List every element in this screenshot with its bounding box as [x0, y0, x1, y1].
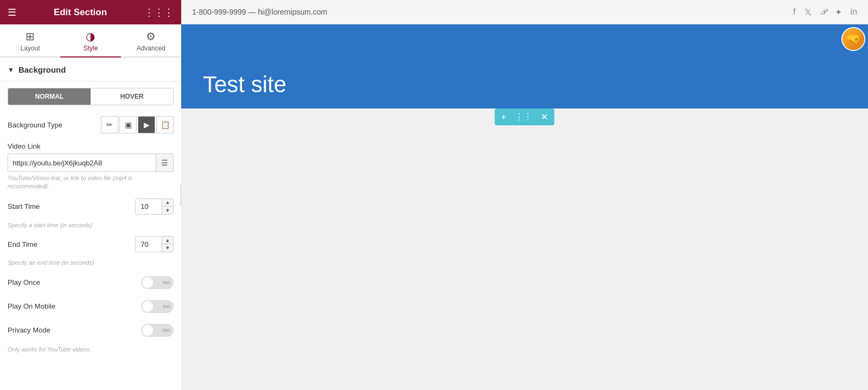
start-time-steppers: ▲ ▼ [162, 199, 173, 214]
right-area: 1-800-999-9999 — hi@loremipsum.com f 𝕏 𝒫… [181, 0, 868, 390]
tab-style-label: Style [84, 44, 98, 52]
start-time-hint-row: Specify a start time (in seconds) [0, 218, 181, 233]
end-time-stepper: ▲ ▼ [135, 236, 174, 252]
start-time-stepper: ▲ ▼ [135, 199, 174, 215]
play-on-mobile-knob [142, 301, 153, 312]
play-once-row: Play Once NO [0, 271, 181, 295]
section-close-btn[interactable]: ✕ [539, 111, 550, 123]
layout-tab-icon: ⊞ [25, 30, 35, 43]
panel-body: ▼ Background NORMAL HOVER Background Typ… [0, 57, 181, 390]
start-time-label: Start Time [8, 202, 40, 210]
end-time-steppers: ▲ ▼ [162, 236, 173, 252]
left-panel: ☰ Edit Section ⋮⋮⋮ ⊞ Layout ◑ Style ⚙ Ad… [0, 0, 181, 390]
video-link-row: Video Link ☰ YouTube/Vimeo link, or link… [0, 138, 181, 195]
bg-type-image-btn[interactable]: 📋 [156, 116, 174, 133]
social-icons: f 𝕏 𝒫 ✦ in [793, 7, 857, 17]
twitter-icon[interactable]: 𝕏 [805, 7, 812, 17]
end-time-down-btn[interactable]: ▼ [162, 244, 173, 252]
privacy-mode-value: NO [163, 328, 171, 333]
bg-type-icons: ✏ ▣ ▶ 📋 [101, 116, 174, 133]
end-time-input[interactable] [136, 237, 162, 252]
hover-toggle-btn[interactable]: HOVER [91, 88, 173, 105]
tab-advanced-label: Advanced [137, 44, 165, 52]
start-time-down-btn[interactable]: ▼ [162, 207, 173, 214]
end-time-hint: Specify an end time (in seconds) [8, 259, 174, 267]
yelp-icon[interactable]: ✦ [835, 7, 842, 17]
play-once-knob [142, 277, 153, 288]
site-title: Test site [203, 72, 286, 98]
menu-icon[interactable]: ☰ [8, 7, 16, 18]
normal-hover-toggle: NORMAL HOVER [8, 88, 174, 105]
site-area: 🤜 Test site + ⋮⋮ ✕ [181, 24, 868, 390]
panel-tabs: ⊞ Layout ◑ Style ⚙ Advanced [0, 24, 181, 57]
pinterest-icon[interactable]: 𝒫 [820, 7, 826, 17]
contact-info: 1-800-999-9999 — hi@loremipsum.com [192, 8, 327, 16]
style-tab-icon: ◑ [86, 30, 95, 43]
linkedin-icon[interactable]: in [851, 7, 857, 17]
play-on-mobile-value: NO [163, 304, 171, 309]
end-time-row: End Time ▲ ▼ [0, 233, 181, 255]
top-bar: 1-800-999-9999 — hi@loremipsum.com f 𝕏 𝒫… [181, 0, 868, 24]
play-once-toggle[interactable]: NO [141, 276, 174, 289]
panel-header: ☰ Edit Section ⋮⋮⋮ [0, 0, 181, 24]
tab-layout-label: Layout [21, 44, 40, 52]
privacy-mode-toggle[interactable]: NO [141, 324, 174, 337]
advanced-tab-icon: ⚙ [146, 30, 156, 43]
tab-layout[interactable]: ⊞ Layout [0, 24, 60, 57]
video-link-input[interactable] [8, 155, 156, 171]
site-header-bar: Test site [181, 24, 868, 108]
video-link-label: Video Link [8, 142, 174, 150]
bg-type-paint-btn[interactable]: ✏ [101, 116, 118, 133]
bg-type-gradient-btn[interactable]: ▣ [119, 116, 137, 133]
end-time-hint-row: Specify an end time (in seconds) [0, 255, 181, 270]
background-label: Background [18, 65, 66, 74]
end-time-label: End Time [8, 240, 37, 248]
privacy-mode-knob [142, 325, 153, 336]
video-link-browse-btn[interactable]: ☰ [156, 154, 173, 171]
privacy-mode-row: Privacy Mode NO [0, 318, 181, 342]
privacy-mode-hint: Only works for YouTube videos. [8, 346, 174, 354]
play-on-mobile-row: Play On Mobile NO [0, 295, 181, 318]
section-toolbar: + ⋮⋮ ✕ [495, 108, 554, 125]
panel-title: Edit Section [54, 7, 107, 18]
start-time-row: Start Time ▲ ▼ [0, 195, 181, 218]
section-move-btn[interactable]: ⋮⋮ [513, 111, 534, 123]
privacy-mode-hint-row: Only works for YouTube videos. [0, 342, 181, 357]
video-link-input-wrapper: ☰ [8, 154, 174, 172]
avatar[interactable]: 🤜 [841, 27, 865, 51]
play-once-value: NO [163, 280, 171, 285]
tab-style[interactable]: ◑ Style [60, 24, 120, 57]
end-time-up-btn[interactable]: ▲ [162, 236, 173, 244]
avatar-inner: 🤜 [843, 28, 864, 50]
facebook-icon[interactable]: f [793, 7, 795, 17]
background-type-row: Background Type ✏ ▣ ▶ 📋 [0, 112, 181, 138]
video-link-hint: YouTube/Vimeo link, or link to video fil… [8, 174, 174, 191]
collapse-handle[interactable]: ◀ [180, 184, 181, 206]
start-time-hint: Specify a start time (in seconds) [8, 221, 174, 229]
bg-type-video-btn[interactable]: ▶ [138, 116, 155, 133]
play-on-mobile-toggle[interactable]: NO [141, 300, 174, 313]
start-time-up-btn[interactable]: ▲ [162, 199, 173, 207]
start-time-input[interactable] [136, 199, 162, 214]
grid-icon[interactable]: ⋮⋮⋮ [144, 7, 174, 18]
background-section-header[interactable]: ▼ Background [0, 57, 181, 81]
privacy-mode-label: Privacy Mode [8, 326, 50, 334]
tab-advanced[interactable]: ⚙ Advanced [121, 24, 181, 57]
play-once-label: Play Once [8, 278, 40, 286]
bg-type-label: Background Type [8, 121, 62, 129]
collapse-arrow: ▼ [8, 66, 14, 74]
normal-toggle-btn[interactable]: NORMAL [8, 88, 91, 105]
section-add-btn[interactable]: + [499, 111, 508, 123]
play-on-mobile-label: Play On Mobile [8, 302, 55, 310]
